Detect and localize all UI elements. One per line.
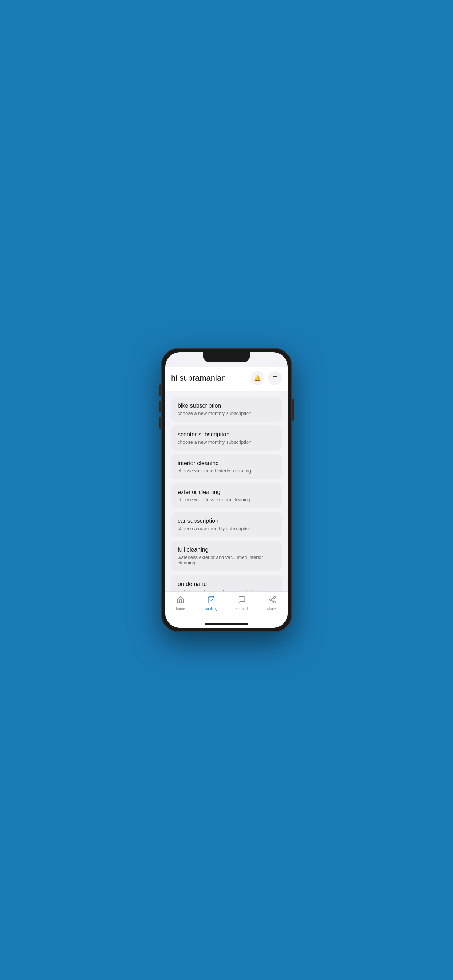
card-subtitle-scooter-subscription: choose a new monthly subscription [178, 439, 275, 445]
card-subtitle-bike-subscription: choose a new monthly subscription [178, 410, 275, 416]
svg-line-5 [271, 600, 274, 601]
card-subtitle-car-subscription: choose a new monthly subscription [178, 526, 275, 531]
svg-point-4 [274, 601, 276, 603]
nav-icon-support [238, 596, 246, 605]
card-scooter-subscription[interactable]: scooter subscriptionchoose a new monthly… [171, 425, 282, 450]
card-subtitle-on-demand: waterless exterior and vacuumed interior… [178, 589, 275, 591]
power-button [292, 399, 293, 421]
card-interior-cleaning[interactable]: interior cleaningchoose vacuumed interio… [171, 454, 282, 479]
service-cards-list: bike subscriptionchoose a new monthly su… [171, 397, 282, 591]
nav-item-booking[interactable]: booking [200, 596, 222, 611]
home-bar [205, 624, 248, 625]
svg-point-2 [274, 597, 276, 599]
card-title-full-cleaning: full cleaning [178, 547, 275, 553]
svg-point-3 [270, 599, 272, 601]
notification-button[interactable]: 🔔 [250, 371, 265, 385]
card-subtitle-full-cleaning: waterless exterior and vacuumed interior… [178, 555, 275, 565]
svg-line-6 [271, 598, 274, 600]
nav-label-home: home [176, 607, 185, 611]
card-title-car-subscription: car subscription [178, 518, 275, 524]
volume-up-button [160, 384, 161, 396]
volume-down-button [160, 401, 161, 412]
card-exterior-cleaning[interactable]: exterior cleaningchoose waterless exteri… [171, 483, 282, 508]
page-header: hi subramanian 🔔 ☰ [165, 367, 288, 391]
menu-button[interactable]: ☰ [268, 371, 282, 385]
header-actions: 🔔 ☰ [250, 371, 282, 385]
card-on-demand[interactable]: on demandwaterless exterior and vacuumed… [171, 575, 282, 591]
card-title-scooter-subscription: scooter subscription [178, 431, 275, 438]
home-indicator [165, 620, 288, 628]
nav-item-home[interactable]: home [170, 596, 191, 611]
card-subtitle-exterior-cleaning: choose waterless exterior cleaning. [178, 497, 275, 503]
hamburger-icon: ☰ [273, 375, 278, 382]
nav-item-share[interactable]: share` [262, 596, 283, 611]
card-title-exterior-cleaning: exterior cleaning [178, 489, 275, 495]
bottom-navigation: homebookingsupportshare` [165, 591, 288, 620]
phone-screen: hi subramanian 🔔 ☰ bike subscriptionchoo… [165, 352, 288, 628]
nav-icon-booking [207, 596, 215, 605]
nav-label-share: share` [267, 607, 278, 611]
card-full-cleaning[interactable]: full cleaningwaterless exterior and vacu… [171, 541, 282, 571]
nav-item-support[interactable]: support [231, 596, 253, 611]
card-subtitle-interior-cleaning: choose vacuumed interior cleaning. [178, 468, 275, 474]
card-title-interior-cleaning: interior cleaning [178, 460, 275, 467]
card-title-on-demand: on demand [178, 581, 275, 587]
silent-button [160, 417, 161, 429]
notch [203, 352, 250, 363]
bell-icon: 🔔 [254, 375, 261, 382]
greeting-text: hi subramanian [171, 373, 226, 383]
card-car-subscription[interactable]: car subscriptionchoose a new monthly sub… [171, 512, 282, 537]
card-title-bike-subscription: bike subscription [178, 402, 275, 409]
card-bike-subscription[interactable]: bike subscriptionchoose a new monthly su… [171, 397, 282, 422]
nav-icon-home [177, 596, 185, 605]
nav-label-booking: booking [205, 607, 217, 611]
nav-label-support: support [236, 607, 248, 611]
main-content: hi subramanian 🔔 ☰ bike subscriptionchoo… [165, 367, 288, 591]
nav-icon-share [268, 596, 276, 605]
phone-frame: hi subramanian 🔔 ☰ bike subscriptionchoo… [161, 348, 292, 632]
